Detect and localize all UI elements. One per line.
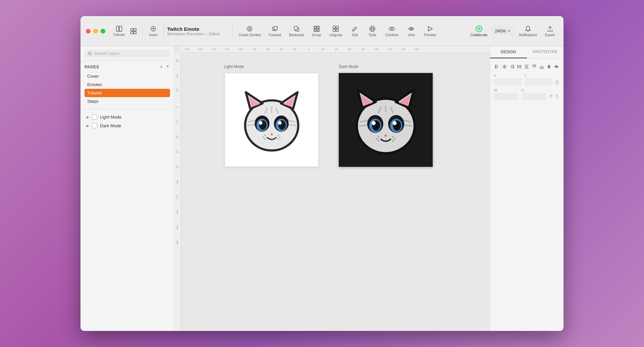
svg-text:-20: -20 <box>176 88 179 92</box>
svg-point-149 <box>392 121 396 125</box>
edit-button[interactable]: Edit <box>347 24 363 38</box>
view-button[interactable]: View <box>403 24 419 38</box>
cat-light-svg <box>235 83 309 157</box>
svg-text:-140: -140 <box>211 48 216 51</box>
export-button[interactable]: Export <box>542 24 558 38</box>
y-field: Y <box>525 74 552 86</box>
x-input[interactable] <box>494 78 522 86</box>
h-field: H <box>522 88 546 100</box>
page-item-emotes[interactable]: Emotes <box>85 80 170 89</box>
combine-label: Combine <box>385 33 398 37</box>
tab-prototype[interactable]: PROTOTYPE <box>527 46 564 58</box>
svg-text:-100: -100 <box>237 48 243 51</box>
view-label: View <box>408 33 415 37</box>
alignment-row-1 <box>494 63 559 71</box>
svg-rect-26 <box>371 30 374 31</box>
distribute-h-button[interactable] <box>516 63 522 71</box>
svg-text:-60: -60 <box>266 48 270 51</box>
align-bottom-button[interactable] <box>539 63 545 71</box>
distribute-v-button[interactable] <box>524 63 530 71</box>
svg-line-139 <box>360 125 368 126</box>
pages-header: Pages + ▾ <box>85 64 170 70</box>
forward-button[interactable]: Forward <box>265 24 284 38</box>
flip-icon <box>549 94 553 99</box>
maximize-button[interactable] <box>101 29 105 33</box>
backward-label: Backward <box>289 33 304 37</box>
svg-rect-19 <box>315 27 319 31</box>
svg-marker-32 <box>428 26 432 31</box>
layer-light-mode[interactable]: ▶ Light Mode <box>85 113 170 121</box>
svg-line-119 <box>288 125 296 125</box>
layers-section: ▶ Light Mode ▶ Dark Mode <box>80 109 174 331</box>
svg-rect-3 <box>134 28 136 31</box>
search-box[interactable]: Search Layers <box>85 50 170 58</box>
app-window: Canvas Insert Twitch Emote Workspace <box>80 16 564 331</box>
align-left-edges-button[interactable] <box>494 63 500 71</box>
main-area: Search Layers Pages + ▾ Cover Emotes <box>80 46 564 331</box>
svg-point-9 <box>247 26 252 31</box>
layer-dark-mode[interactable]: ▶ Dark Mode <box>85 121 170 130</box>
canvas-toggle-btn[interactable]: Canvas <box>111 23 127 39</box>
page-item-cover[interactable]: Cover <box>85 72 170 80</box>
svg-text:120: 120 <box>176 195 179 200</box>
canvas-area[interactable]: -180 -160 -140 -120 -100 -80 -60 -40 -20… <box>174 46 490 331</box>
layer-chevron-light: ▶ <box>87 115 89 119</box>
doc-title: Twitch Emote <box>167 26 219 32</box>
svg-point-31 <box>410 28 412 30</box>
tools-label: Tools <box>369 33 376 37</box>
page-item-tutorial[interactable]: Tutorial <box>85 89 170 97</box>
forward-label: Forward <box>269 33 281 37</box>
svg-text:160: 160 <box>414 48 419 51</box>
preview-button[interactable]: Preview <box>421 24 439 38</box>
svg-point-131 <box>278 135 279 136</box>
align-right-edges-button[interactable] <box>509 63 515 71</box>
svg-text:180: 180 <box>176 240 179 245</box>
svg-rect-14 <box>294 26 298 30</box>
pages-title: Pages <box>85 65 99 69</box>
svg-point-152 <box>378 140 379 142</box>
align-top-button[interactable] <box>531 63 537 71</box>
add-page-button[interactable]: + <box>158 64 164 70</box>
group-button[interactable]: Group <box>309 24 325 38</box>
lock-ratio-button[interactable] <box>555 74 559 86</box>
tools-button[interactable]: Tools <box>364 24 380 38</box>
svg-rect-4 <box>131 31 133 34</box>
svg-rect-27 <box>370 28 371 30</box>
align-centers-h-button[interactable] <box>501 63 507 71</box>
zoom-selector[interactable]: 240% <box>491 27 514 35</box>
artboard-light-mode[interactable] <box>225 73 319 167</box>
traffic-lights <box>86 29 105 33</box>
collapse-pages-button[interactable]: ▾ <box>165 64 170 70</box>
combine-button[interactable]: Combine <box>382 24 402 38</box>
w-input[interactable] <box>494 93 519 100</box>
create-symbol-button[interactable]: Create Symbol <box>235 24 264 38</box>
flip-v-button[interactable] <box>553 63 559 71</box>
collaborate-button[interactable]: Collaborate <box>468 24 490 38</box>
tab-design[interactable]: DESIGN <box>490 46 527 58</box>
ungroup-button[interactable]: Ungroup <box>326 24 345 38</box>
canvas-content[interactable]: Light Mode <box>181 53 490 331</box>
svg-rect-2 <box>131 28 133 31</box>
svg-line-117 <box>248 125 255 125</box>
minimize-button[interactable] <box>93 29 98 33</box>
h-input[interactable] <box>522 93 546 100</box>
notifications-button[interactable]: Notifications <box>516 24 540 38</box>
transform-options <box>549 88 559 100</box>
page-item-steps[interactable]: Steps <box>85 97 170 106</box>
grid-toggle-btn[interactable] <box>127 26 140 37</box>
svg-point-130 <box>264 138 266 140</box>
sidebar-search-section: Search Layers <box>80 46 174 61</box>
y-input[interactable] <box>525 78 552 86</box>
group-label: Group <box>312 33 321 37</box>
backward-button[interactable]: Backward <box>286 24 307 38</box>
page-cover-label: Cover <box>87 74 99 79</box>
document-info: Twitch Emote Workspace Document — Edited <box>167 26 219 36</box>
canvas-label: Canvas <box>113 33 125 37</box>
create-symbol-label: Create Symbol <box>238 33 261 37</box>
artboard-dark-mode[interactable] <box>339 73 433 167</box>
ruler-left: -60 -40 -20 0 20 40 60 80 100 120 140 16… <box>174 53 181 331</box>
svg-rect-174 <box>556 82 558 84</box>
close-button[interactable] <box>86 29 91 33</box>
insert-button[interactable]: Insert <box>145 24 161 38</box>
flip-h-button[interactable] <box>546 63 552 71</box>
